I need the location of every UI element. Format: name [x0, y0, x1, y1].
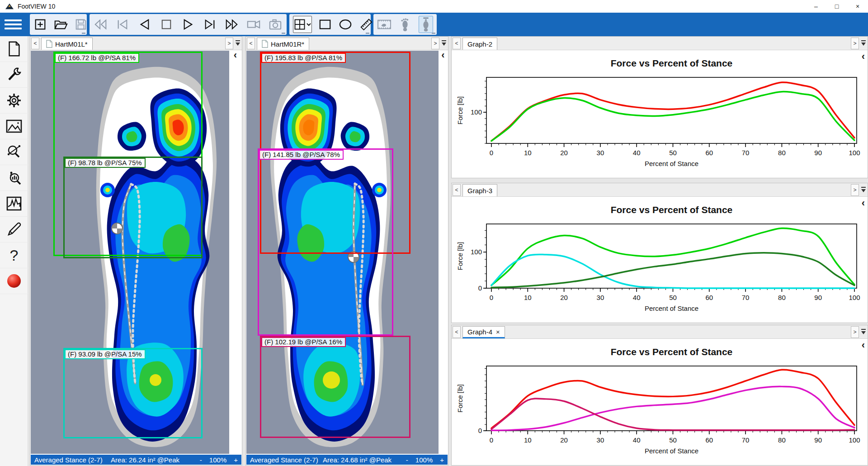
tab-menu-icon[interactable]: [441, 40, 447, 47]
sidebar-item-document[interactable]: [0, 36, 28, 62]
footprint-left-button: [398, 16, 412, 33]
maximize-button[interactable]: □: [826, 0, 847, 13]
zoom-in-button[interactable]: +: [440, 456, 444, 464]
tab-menu-icon[interactable]: [860, 40, 867, 47]
svg-text:Force vs Percent of Stance: Force vs Percent of Stance: [611, 347, 733, 357]
collapse-graph3-icon[interactable]: ‹: [862, 199, 865, 208]
new-measurement-button[interactable]: [33, 16, 47, 33]
svg-text:10: 10: [524, 436, 532, 444]
zoom-level: 100%: [415, 456, 433, 464]
tab-hartm01l[interactable]: HartM01L*: [41, 38, 93, 50]
sidebar-item-settings[interactable]: [0, 88, 28, 114]
left-foot-side-strip: ‹: [229, 51, 241, 454]
tab-scroll-right-button[interactable]: >: [851, 326, 859, 338]
rectangle-icon: [318, 18, 332, 31]
sidebar-item-zoom-analysis[interactable]: [0, 139, 28, 165]
pressure-region-box[interactable]: (F) 141.85 lb @P/SA 78%: [258, 148, 393, 336]
tab-menu-icon[interactable]: [860, 328, 867, 336]
stance-mode-label: Averaged Stance (2-7): [250, 456, 318, 464]
step-back-button[interactable]: [137, 16, 152, 33]
tab-menu-icon[interactable]: [235, 40, 241, 47]
rectangle-tool-button[interactable]: [318, 16, 332, 33]
svg-text:0: 0: [490, 149, 493, 157]
ellipse-tool-button[interactable]: [338, 16, 353, 33]
tab-scroll-right-button[interactable]: >: [431, 38, 439, 49]
region-force-annotation: (F) 93.09 lb @P/SA 15%: [65, 349, 146, 359]
gear-icon: [6, 92, 22, 109]
footprint-icon: [400, 17, 410, 32]
play-button[interactable]: [180, 16, 196, 33]
chevron-down-icon: [306, 22, 311, 27]
gait-film-button: [377, 16, 392, 33]
left-foot-canvas: ‹ (F) 166.72 lb @P/SA 81%(F) 98.78 lb @P…: [30, 50, 242, 454]
tab-scroll-left-button[interactable]: <: [453, 38, 461, 49]
region-force-annotation: (F) 98.78 lb @P/SA 75%: [65, 158, 146, 168]
tab-hartm01r[interactable]: HartM01R*: [257, 38, 309, 50]
footprint-right-button[interactable]: [419, 16, 433, 33]
ruler-icon: [359, 17, 373, 32]
film-strip-foot-icon: [377, 18, 392, 31]
svg-text:70: 70: [742, 149, 750, 157]
pressure-region-box[interactable]: (F) 98.78 lb @P/SA 75%: [63, 157, 203, 258]
right-foot-window: < HartM01R* > ‹ (: [245, 36, 448, 466]
svg-text:0: 0: [478, 284, 482, 292]
svg-text:60: 60: [705, 294, 713, 301]
tab-scroll-left-button[interactable]: <: [31, 38, 39, 49]
sidebar-item-image[interactable]: [0, 114, 28, 139]
svg-text:0: 0: [490, 294, 493, 301]
graph2-chart-area: ‹ Force vs Percent of Stance010203040506…: [452, 50, 868, 178]
grid-regions-button[interactable]: [293, 16, 312, 33]
pressure-region-box[interactable]: (F) 102.19 lb @P/SA 16%: [260, 336, 410, 438]
stop-button[interactable]: [159, 16, 174, 33]
sidebar-item-tools[interactable]: [0, 62, 28, 88]
tab-scroll-right-button[interactable]: >: [851, 184, 859, 196]
svg-text:50: 50: [669, 294, 677, 301]
ruler-tool-button[interactable]: [359, 16, 373, 33]
collapse-graph2-icon[interactable]: ‹: [862, 52, 865, 61]
step-back-icon: [139, 19, 151, 30]
svg-text:100: 100: [849, 294, 860, 301]
tab-graph3[interactable]: Graph-3: [462, 184, 497, 196]
svg-text:20: 20: [560, 149, 568, 157]
menu-button[interactable]: [5, 17, 24, 32]
tab-graph2[interactable]: Graph-2: [462, 38, 497, 50]
play-icon: [182, 19, 194, 30]
zoom-out-button[interactable]: -: [406, 456, 408, 464]
video-camera-icon: [246, 19, 261, 30]
collapse-left-panel-icon[interactable]: ‹: [234, 49, 237, 61]
close-tab-icon[interactable]: ×: [496, 328, 500, 336]
sidebar-item-annotate[interactable]: [0, 217, 28, 243]
open-folder-icon: [53, 18, 68, 31]
open-file-button[interactable]: [53, 16, 68, 33]
sidebar-item-subject-analysis[interactable]: [0, 165, 28, 191]
close-button[interactable]: ×: [847, 0, 868, 13]
tab-scroll-right-button[interactable]: >: [851, 38, 859, 49]
save-button: [74, 16, 88, 33]
sidebar-item-record[interactable]: [0, 268, 28, 294]
tab-scroll-left-button[interactable]: <: [453, 184, 461, 196]
tab-graph4[interactable]: Graph-4 ×: [462, 326, 505, 338]
zoom-out-button[interactable]: -: [200, 456, 202, 464]
skip-to-end-button[interactable]: [202, 16, 217, 33]
fast-forward-icon: [224, 19, 239, 30]
svg-text:80: 80: [778, 149, 786, 157]
collapse-graph4-icon[interactable]: ‹: [862, 341, 865, 350]
ellipse-icon: [338, 18, 353, 31]
sidebar-item-help[interactable]: ?: [0, 243, 28, 268]
force-chart: Force vs Percent of Stance01020304050607…: [452, 339, 868, 465]
tab-label: HartM01R*: [271, 40, 304, 48]
tab-scroll-left-button[interactable]: <: [247, 38, 255, 49]
tab-scroll-right-button[interactable]: >: [225, 38, 233, 49]
minimize-button[interactable]: –: [806, 0, 826, 13]
svg-text:50: 50: [669, 436, 677, 444]
collapse-right-panel-icon[interactable]: ‹: [441, 49, 444, 61]
file-toolbar-group: [30, 14, 87, 35]
tab-scroll-left-button[interactable]: <: [453, 326, 461, 338]
sidebar-item-graph[interactable]: [0, 191, 28, 217]
fast-forward-button[interactable]: [224, 16, 239, 33]
svg-text:Force [lb]: Force [lb]: [456, 384, 464, 413]
graph3-window: < Graph-3 > ‹ Force vs Percent of Stance…: [451, 183, 868, 323]
pressure-region-box[interactable]: (F) 93.09 lb @P/SA 15%: [63, 348, 203, 438]
zoom-in-button[interactable]: +: [234, 456, 238, 464]
tab-menu-icon[interactable]: [860, 186, 867, 194]
